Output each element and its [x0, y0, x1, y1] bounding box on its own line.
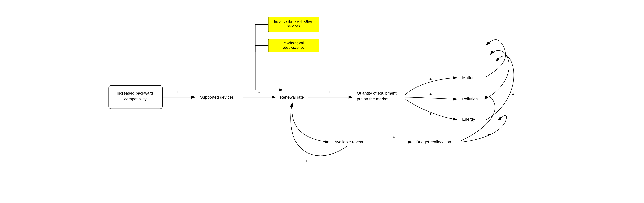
supported-devices-label: Supported devices [200, 95, 234, 99]
sign-quantity-energy: + [430, 112, 432, 116]
sign-backward-supported: + [176, 90, 179, 94]
sign-renewal-quantity: + [328, 90, 330, 94]
loop-arrow-matter [486, 40, 506, 77]
renewal-rate-label: Renewal rate [280, 95, 304, 99]
sign-budget-loop1: + [488, 132, 490, 137]
sign-loop-right: + [512, 92, 514, 97]
sign-yellow-renewal: + [257, 61, 259, 65]
quantity-label: Quantity of equipment put on the market [357, 91, 398, 101]
sign-renewal-revenue: - [285, 126, 286, 130]
pollution-label: Pollution [462, 97, 478, 101]
sign-revenue-renewal: + [306, 159, 308, 163]
sign-budget-loop2: + [492, 141, 494, 146]
budget-reallocation-label: Budget reallocation [416, 140, 451, 144]
arrow-revenue-to-renewal [291, 103, 347, 156]
arrow-quantity-pollution [405, 97, 457, 99]
energy-label: Energy [462, 117, 475, 121]
arrow-quantity-energy [405, 99, 457, 119]
available-revenue-label: Available revenue [334, 140, 367, 144]
sign-quantity-matter: + [430, 77, 432, 82]
diagram-container: Increased backward compatibility + Suppo… [0, 0, 644, 203]
arrow-renewal-to-revenue [292, 102, 329, 142]
matter-label: Matter [462, 75, 474, 80]
sign-revenue-budget: + [392, 135, 395, 140]
sign-quantity-pollution: + [430, 92, 432, 97]
sign-supported-renewal: - [258, 90, 260, 94]
